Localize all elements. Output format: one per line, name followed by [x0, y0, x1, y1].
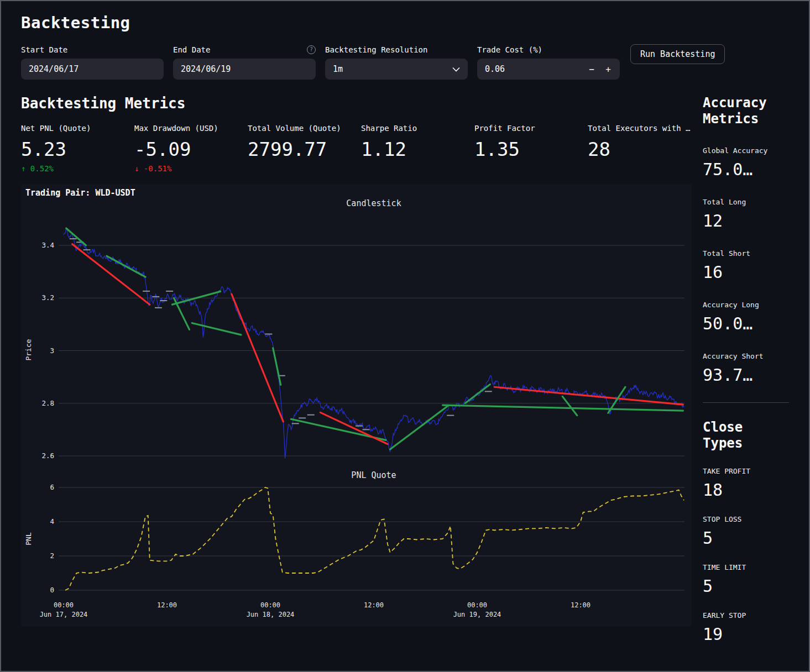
x-tick-label: 00:00 [54, 601, 74, 609]
side-label: Accuracy Short [703, 352, 789, 360]
side-value: 50.0… [703, 314, 789, 333]
executor-trend-line [192, 323, 241, 334]
pnl-title: PNL Quote [351, 470, 396, 480]
executor-trend-line [107, 256, 145, 277]
side-value: 19 [703, 624, 789, 644]
metric-value: 28 [588, 138, 692, 160]
metric-sharpe-ratio: Sharpe Ratio 1.12 [361, 124, 474, 173]
accuracy-sidebar: Accuracy Metrics Global Accuracy 75.0… T… [703, 80, 789, 644]
run-backtesting-button[interactable]: Run Backtesting [630, 44, 725, 64]
pnl-series [65, 487, 684, 590]
end-date-label: End Date [173, 45, 210, 54]
side-value: 5 [703, 528, 789, 548]
resolution-label: Backtesting Resolution [325, 45, 427, 54]
chevron-down-icon [452, 67, 460, 72]
backtesting-page: Backtesting Start Date End Date ? Backte… [0, 0, 810, 672]
total-short-item: Total Short 16 [703, 249, 789, 282]
side-label: TAKE PROFIT [703, 467, 789, 475]
pnl-tick-label: 0 [50, 586, 54, 594]
end-date-input[interactable] [173, 59, 316, 80]
executor-trend-line [72, 244, 150, 305]
x-tick-label: 12:00 [571, 601, 590, 609]
pnl-tick-label: 4 [50, 517, 54, 526]
accuracy-short-item: Accuracy Short 93.7… [703, 352, 789, 385]
metric-label: Max Drawdown (USD) [134, 124, 248, 133]
executor-trend-line [465, 384, 490, 403]
x-tick-label: 00:00 [467, 601, 487, 609]
trade-cost-value: 0.06 [485, 64, 583, 74]
price-series [64, 228, 684, 459]
start-date-field: Start Date [21, 44, 164, 80]
side-label: Total Short [703, 249, 789, 258]
side-label: Total Long [703, 198, 789, 206]
start-date-input[interactable] [21, 59, 164, 80]
metric-value: 2799.77 [248, 138, 361, 160]
trade-cost-increment-button[interactable]: + [600, 59, 616, 80]
side-value: 12 [703, 211, 789, 230]
side-value: 18 [703, 480, 789, 500]
backtesting-charts-panel[interactable]: Trading Pair: WLD-USDTCandlestickPNL Quo… [21, 184, 692, 626]
metric-profit-factor: Profit Factor 1.35 [474, 124, 588, 173]
executor-trend-line [562, 396, 577, 415]
price-tick-label: 3.2 [41, 293, 54, 302]
trade-cost-input[interactable]: 0.06 − + [477, 59, 620, 80]
main-column: Backtesting Metrics Net PNL (Quote) 5.23… [21, 80, 692, 644]
metric-value: 1.12 [361, 138, 474, 160]
early-stop-item: EARLY STOP 19 [703, 611, 789, 644]
x-tick-label: 00:00 [260, 601, 280, 609]
trade-cost-decrement-button[interactable]: − [583, 59, 600, 80]
side-label: STOP LOSS [703, 515, 789, 523]
x-date-label: Jun 18, 2024 [247, 611, 295, 618]
side-label: TIME LIMIT [703, 563, 789, 571]
metric-value: 1.35 [474, 138, 588, 160]
executor-trend-line [273, 348, 281, 385]
metric-delta-up: ↑ 0.52% [21, 164, 134, 173]
metric-label: Total Executors with … [588, 124, 692, 133]
accuracy-long-item: Accuracy Long 50.0… [703, 301, 789, 333]
metric-net-pnl: Net PNL (Quote) 5.23 ↑ 0.52% [21, 124, 134, 173]
price-tick-label: 3 [50, 347, 54, 355]
close-types-heading: Close Types [703, 419, 780, 452]
metric-label: Sharpe Ratio [361, 124, 474, 133]
metric-max-drawdown: Max Drawdown (USD) -5.09 ↓ -0.51% [134, 124, 248, 173]
global-accuracy-item: Global Accuracy 75.0… [703, 146, 789, 179]
total-long-item: Total Long 12 [703, 198, 789, 230]
pnl-axis-title: PNL [24, 532, 33, 545]
executor-trend-line [443, 405, 683, 411]
candlestick-and-pnl-chart[interactable]: Trading Pair: WLD-USDTCandlestickPNL Quo… [21, 184, 692, 626]
x-tick-label: 12:00 [157, 601, 177, 609]
candlestick-title: Candlestick [346, 198, 401, 208]
side-value: 75.0… [703, 160, 789, 179]
price-tick-label: 2.8 [41, 399, 54, 407]
pnl-tick-label: 6 [50, 483, 54, 491]
start-date-label: Start Date [21, 45, 67, 54]
x-date-label: Jun 19, 2024 [453, 611, 501, 618]
side-value: 5 [703, 576, 789, 596]
side-label: Global Accuracy [703, 146, 789, 155]
metric-value: 5.23 [21, 138, 134, 160]
metrics-row: Net PNL (Quote) 5.23 ↑ 0.52% Max Drawdow… [21, 124, 692, 173]
metric-delta-down: ↓ -0.51% [134, 164, 248, 173]
accuracy-metrics-heading: Accuracy Metrics [703, 95, 780, 128]
pnl-tick-label: 2 [50, 552, 54, 560]
sidebar-divider [703, 402, 789, 403]
x-tick-label: 12:00 [364, 601, 384, 609]
page-title: Backtesting [21, 13, 789, 32]
main-row: Backtesting Metrics Net PNL (Quote) 5.23… [21, 80, 789, 644]
controls-row: Start Date End Date ? Backtesting Resolu… [21, 44, 789, 80]
executor-trend-line [494, 387, 683, 405]
side-label: EARLY STOP [703, 611, 789, 620]
x-date-label: Jun 17, 2024 [40, 611, 88, 618]
resolution-select[interactable]: 1m [325, 59, 468, 80]
trade-cost-field: Trade Cost (%) 0.06 − + [477, 44, 620, 80]
time-limit-item: TIME LIMIT 5 [703, 563, 789, 596]
price-tick-label: 3.4 [41, 241, 54, 249]
metric-value: -5.09 [134, 138, 248, 160]
side-label: Accuracy Long [703, 301, 789, 309]
metric-label: Total Volume (Quote) [248, 124, 361, 133]
take-profit-item: TAKE PROFIT 18 [703, 467, 789, 500]
metric-total-executors: Total Executors with … 28 [588, 124, 692, 173]
stop-loss-item: STOP LOSS 5 [703, 515, 789, 548]
side-value: 93.7… [703, 365, 789, 385]
trading-pair-label: Trading Pair: WLD-USDT [25, 188, 135, 198]
